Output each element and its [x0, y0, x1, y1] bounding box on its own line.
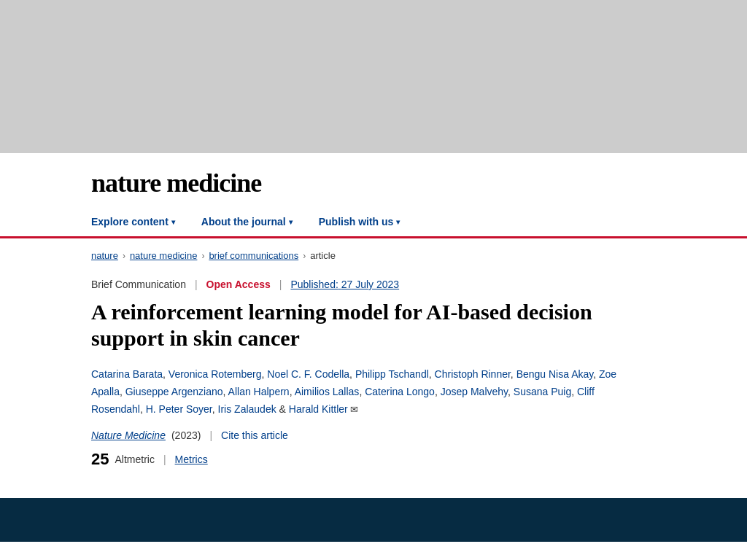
author-christoph-rinner[interactable]: Christoph Rinner [435, 368, 511, 380]
journal-name: nature medicine [91, 168, 656, 198]
author-harald-kittler[interactable]: Harald Kittler [289, 403, 348, 415]
meta-separator-1: | [195, 279, 198, 290]
breadcrumb-brief-communications[interactable]: brief communications [209, 250, 298, 261]
nav-publish-with-us[interactable]: Publish with us ▾ [319, 207, 412, 236]
author-philipp-tschandl[interactable]: Philipp Tschandl [355, 368, 429, 380]
nav-about-journal[interactable]: About the journal ▾ [201, 207, 304, 236]
author-josep-malvehy[interactable]: Josep Malvehy [441, 386, 508, 397]
author-h-peter-soyer[interactable]: H. Peter Soyer [146, 403, 212, 415]
journal-header: nature medicine [0, 153, 747, 198]
breadcrumb-nature[interactable]: nature [91, 250, 118, 261]
metrics-row: 25 Altmetric | Metrics [91, 450, 656, 469]
author-giuseppe-argenziano[interactable]: Giuseppe Argenziano [125, 386, 223, 397]
metrics-separator: | [163, 454, 166, 465]
breadcrumb: nature › nature medicine › brief communi… [0, 238, 747, 267]
article-content: Brief Communication | Open Access | Publ… [0, 267, 747, 483]
journal-name-citation[interactable]: Nature Medicine [91, 429, 166, 441]
citation-row: Nature Medicine (2023) | Cite this artic… [91, 429, 656, 441]
meta-separator-2: | [279, 279, 282, 290]
cite-separator: | [209, 429, 212, 441]
author-caterina-longo[interactable]: Caterina Longo [365, 386, 435, 397]
chevron-down-icon: ▾ [289, 218, 293, 226]
cite-this-article[interactable]: Cite this article [221, 429, 288, 441]
author-iris-zalaudek[interactable]: Iris Zalaudek [218, 403, 276, 415]
breadcrumb-sep-3: › [303, 251, 306, 261]
chevron-down-icon: ▾ [396, 218, 400, 226]
article-meta: Brief Communication | Open Access | Publ… [91, 279, 656, 290]
article-title: A reinforcement learning model for AI-ba… [91, 299, 646, 351]
citation-year: (2023) [171, 429, 201, 441]
authors-list: Catarina Barata, Veronica Rotemberg, Noe… [91, 366, 646, 418]
breadcrumb-nature-medicine[interactable]: nature medicine [130, 250, 198, 261]
article-type: Brief Communication [91, 279, 186, 290]
nav-explore-content[interactable]: Explore content ▾ [91, 207, 187, 236]
author-veronica-rotemberg[interactable]: Veronica Rotemberg [169, 368, 262, 380]
navigation-bar: Explore content ▾ About the journal ▾ Pu… [0, 207, 747, 238]
email-icon[interactable]: ✉ [350, 402, 358, 418]
main-container: nature medicine Explore content ▾ About … [0, 153, 747, 483]
altmetric-score: 25 [91, 450, 109, 469]
breadcrumb-sep-2: › [201, 251, 204, 261]
author-bengu-akay[interactable]: Bengu Nisa Akay [516, 368, 594, 380]
top-banner [0, 0, 747, 153]
author-allan-halpern[interactable]: Allan Halpern [228, 386, 290, 397]
breadcrumb-article: article [310, 250, 336, 261]
chevron-down-icon: ▾ [171, 218, 175, 226]
open-access-badge[interactable]: Open Access [206, 279, 271, 290]
metrics-link[interactable]: Metrics [175, 454, 208, 465]
author-catarina-barata[interactable]: Catarina Barata [91, 368, 163, 380]
breadcrumb-sep-1: › [123, 251, 125, 261]
bottom-footer [0, 498, 747, 542]
published-date[interactable]: Published: 27 July 2023 [290, 279, 399, 290]
author-susana-puig[interactable]: Susana Puig [514, 386, 571, 397]
author-noel-codella[interactable]: Noel C. F. Codella [267, 368, 349, 380]
altmetric-label: Altmetric [115, 454, 154, 465]
author-aimilios-lallas[interactable]: Aimilios Lallas [295, 386, 360, 397]
